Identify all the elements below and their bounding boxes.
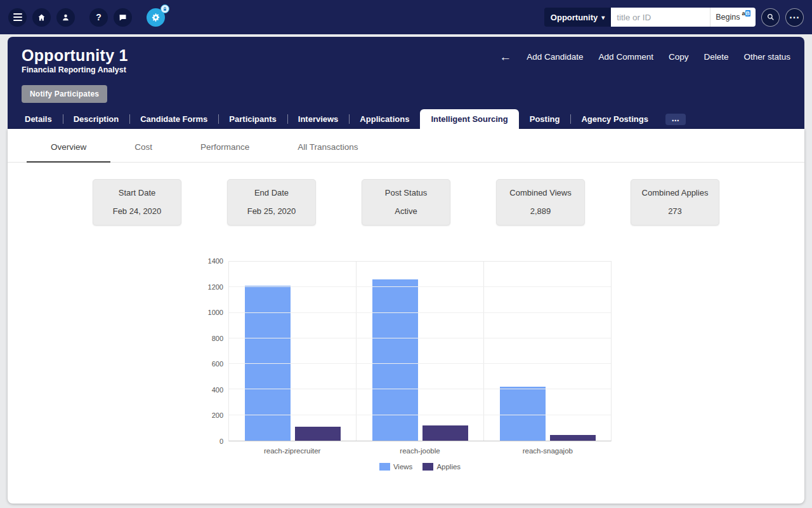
- gridline: [229, 415, 611, 415]
- bar-applies-reach-ziprecruiter: [295, 427, 341, 441]
- bar-applies-reach-jooble: [422, 425, 468, 441]
- bar-views-reach-jooble: [372, 279, 418, 441]
- x-tick-label: reach-snagajob: [484, 441, 612, 455]
- legend-swatch: [422, 463, 433, 471]
- start-date-card: Start Date Feb 24, 2020: [93, 179, 181, 225]
- copy-button[interactable]: Copy: [669, 52, 689, 62]
- tab-posting[interactable]: Posting: [519, 109, 571, 129]
- bar-group-reach-jooble: [356, 262, 483, 441]
- chart-bar-groups: [229, 262, 611, 441]
- chart-area: 0200400600800100012001400: [200, 261, 612, 441]
- subtab-performance[interactable]: Performance: [176, 133, 273, 162]
- card-value: 2,889: [502, 206, 579, 216]
- chart-x-axis: reach-ziprecruiterreach-jooblereach-snag…: [228, 441, 612, 455]
- gridline: [229, 286, 611, 287]
- page-subtitle: Financial Reporting Analyst: [22, 65, 790, 75]
- y-tick-label: 800: [200, 335, 223, 342]
- y-tick-label: 200: [200, 411, 223, 419]
- y-tick-label: 1400: [200, 257, 223, 265]
- notify-participants-button[interactable]: Notify Participates: [22, 85, 107, 103]
- chart-plot: [228, 261, 612, 441]
- opportunity-panel: Opportunity 1 Financial Reporting Analys…: [8, 37, 804, 504]
- card-value: Feb 25, 2020: [233, 206, 310, 216]
- match-case-icon: aB: [742, 11, 750, 17]
- card-value: Active: [367, 206, 445, 216]
- gridline: [229, 312, 611, 313]
- tab-content: Overview Cost Performance All Transactio…: [8, 129, 804, 504]
- y-tick-label: 400: [200, 386, 223, 394]
- card-value: Feb 24, 2020: [98, 206, 176, 216]
- y-tick-label: 1000: [200, 309, 223, 316]
- sub-tab-bar: Overview Cost Performance All Transactio…: [8, 129, 804, 163]
- delete-button[interactable]: Delete: [704, 52, 728, 62]
- subtab-overview[interactable]: Overview: [27, 133, 110, 163]
- bar-group-reach-ziprecruiter: [229, 262, 356, 441]
- opportunity-header: Opportunity 1 Financial Reporting Analys…: [8, 37, 804, 109]
- tab-details[interactable]: Details: [14, 109, 63, 129]
- legend-item-applies: Applies: [422, 463, 461, 471]
- search-input[interactable]: [611, 8, 710, 27]
- lock-badge-icon: [160, 4, 169, 13]
- combined-applies-card: Combined Applies 273: [631, 179, 719, 225]
- more-button[interactable]: ...: [785, 8, 804, 27]
- chat-icon[interactable]: [114, 8, 132, 27]
- legend-item-views: Views: [379, 463, 412, 471]
- top-bar: ? Opportunity ▾ Begins aB ...: [0, 0, 812, 34]
- tab-description[interactable]: Description: [63, 109, 130, 129]
- card-label: Combined Applies: [636, 188, 714, 197]
- views-applies-chart: 0200400600800100012001400 reach-ziprecru…: [200, 261, 612, 471]
- y-tick-label: 1200: [200, 283, 223, 291]
- menu-icon[interactable]: [8, 8, 27, 27]
- add-candidate-button[interactable]: Add Candidate: [527, 52, 583, 62]
- tab-applications[interactable]: Applications: [349, 109, 420, 129]
- gridline: [229, 363, 611, 364]
- user-icon[interactable]: [56, 8, 75, 27]
- legend-label: Applies: [436, 463, 461, 471]
- end-date-card: End Date Feb 25, 2020: [227, 179, 316, 225]
- tab-overflow-button[interactable]: ...: [665, 114, 686, 125]
- combined-views-card: Combined Views 2,889: [496, 179, 585, 225]
- home-icon[interactable]: [32, 8, 51, 27]
- tab-participants[interactable]: Participants: [218, 109, 287, 129]
- bar-applies-reach-snagajob: [550, 435, 596, 441]
- tab-bar: Details Description Candidate Forms Part…: [8, 109, 804, 129]
- legend-label: Views: [393, 463, 412, 471]
- caret-down-icon: ▾: [601, 14, 605, 21]
- summary-cards: Start Date Feb 24, 2020 End Date Feb 25,…: [8, 179, 804, 225]
- card-label: Start Date: [98, 188, 176, 197]
- x-tick-label: reach-ziprecruiter: [228, 441, 356, 455]
- card-label: End Date: [233, 188, 310, 197]
- legend-swatch: [379, 463, 390, 471]
- gridline: [229, 389, 611, 389]
- tab-agency-postings[interactable]: Agency Postings: [570, 109, 658, 129]
- tab-intelligent-sourcing[interactable]: Intelligent Sourcing: [420, 109, 518, 129]
- other-status-button[interactable]: Other status: [743, 52, 790, 62]
- chart-legend: ViewsApplies: [228, 463, 612, 471]
- begins-selector[interactable]: Begins aB: [710, 8, 756, 27]
- add-comment-button[interactable]: Add Comment: [599, 52, 653, 62]
- post-status-card: Post Status Active: [362, 179, 450, 225]
- begins-label: Begins: [716, 13, 740, 22]
- card-label: Combined Views: [502, 188, 579, 197]
- bar-views-reach-snagajob: [500, 387, 546, 441]
- chart-y-axis: 0200400600800100012001400: [200, 261, 228, 441]
- tab-candidate-forms[interactable]: Candidate Forms: [129, 109, 218, 129]
- tab-interviews[interactable]: Interviews: [287, 109, 350, 129]
- card-value: 273: [636, 206, 714, 216]
- header-actions: ← Add Candidate Add Comment Copy Delete …: [499, 51, 790, 63]
- search-button[interactable]: [761, 8, 780, 27]
- entity-selector[interactable]: Opportunity ▾: [544, 8, 611, 27]
- bar-group-reach-snagajob: [483, 262, 611, 441]
- subtab-cost[interactable]: Cost: [110, 133, 176, 162]
- y-tick-label: 0: [200, 438, 223, 445]
- topbar-search-group: Opportunity ▾ Begins aB ...: [544, 8, 804, 27]
- x-tick-label: reach-jooble: [356, 441, 483, 455]
- y-tick-label: 600: [200, 360, 223, 368]
- entity-selector-label: Opportunity: [551, 13, 598, 22]
- settings-icon[interactable]: [147, 8, 165, 27]
- gridline: [229, 338, 611, 338]
- subtab-all-transactions[interactable]: All Transactions: [273, 133, 382, 162]
- card-label: Post Status: [367, 188, 445, 197]
- back-arrow-icon[interactable]: ←: [499, 51, 511, 63]
- help-icon[interactable]: ?: [89, 8, 108, 27]
